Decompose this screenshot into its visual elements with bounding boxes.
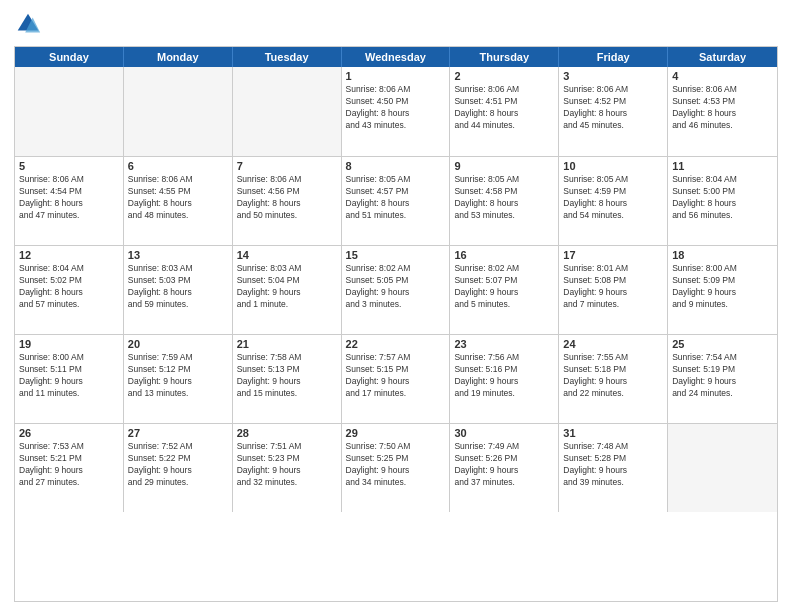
day-number: 1 — [346, 70, 446, 82]
weekday-header: Tuesday — [233, 47, 342, 67]
day-info: Sunrise: 8:06 AM Sunset: 4:56 PM Dayligh… — [237, 174, 337, 222]
day-number: 28 — [237, 427, 337, 439]
day-number: 2 — [454, 70, 554, 82]
calendar-week: 19Sunrise: 8:00 AM Sunset: 5:11 PM Dayli… — [15, 334, 777, 423]
calendar-cell: 28Sunrise: 7:51 AM Sunset: 5:23 PM Dayli… — [233, 424, 342, 512]
day-info: Sunrise: 8:01 AM Sunset: 5:08 PM Dayligh… — [563, 263, 663, 311]
calendar-cell: 4Sunrise: 8:06 AM Sunset: 4:53 PM Daylig… — [668, 67, 777, 156]
day-number: 31 — [563, 427, 663, 439]
day-info: Sunrise: 8:06 AM Sunset: 4:53 PM Dayligh… — [672, 84, 773, 132]
day-number: 25 — [672, 338, 773, 350]
calendar-cell: 15Sunrise: 8:02 AM Sunset: 5:05 PM Dayli… — [342, 246, 451, 334]
weekday-header: Friday — [559, 47, 668, 67]
day-number: 13 — [128, 249, 228, 261]
calendar-week: 12Sunrise: 8:04 AM Sunset: 5:02 PM Dayli… — [15, 245, 777, 334]
day-info: Sunrise: 7:58 AM Sunset: 5:13 PM Dayligh… — [237, 352, 337, 400]
calendar-cell — [668, 424, 777, 512]
day-info: Sunrise: 7:48 AM Sunset: 5:28 PM Dayligh… — [563, 441, 663, 489]
calendar-cell: 31Sunrise: 7:48 AM Sunset: 5:28 PM Dayli… — [559, 424, 668, 512]
day-info: Sunrise: 8:02 AM Sunset: 5:05 PM Dayligh… — [346, 263, 446, 311]
day-number: 17 — [563, 249, 663, 261]
day-info: Sunrise: 8:04 AM Sunset: 5:02 PM Dayligh… — [19, 263, 119, 311]
day-info: Sunrise: 8:05 AM Sunset: 4:59 PM Dayligh… — [563, 174, 663, 222]
calendar-cell: 1Sunrise: 8:06 AM Sunset: 4:50 PM Daylig… — [342, 67, 451, 156]
calendar-cell: 9Sunrise: 8:05 AM Sunset: 4:58 PM Daylig… — [450, 157, 559, 245]
calendar-week: 1Sunrise: 8:06 AM Sunset: 4:50 PM Daylig… — [15, 67, 777, 156]
day-number: 3 — [563, 70, 663, 82]
day-info: Sunrise: 8:06 AM Sunset: 4:51 PM Dayligh… — [454, 84, 554, 132]
calendar-cell: 30Sunrise: 7:49 AM Sunset: 5:26 PM Dayli… — [450, 424, 559, 512]
calendar-cell: 11Sunrise: 8:04 AM Sunset: 5:00 PM Dayli… — [668, 157, 777, 245]
calendar-cell: 7Sunrise: 8:06 AM Sunset: 4:56 PM Daylig… — [233, 157, 342, 245]
logo — [14, 10, 46, 38]
day-info: Sunrise: 7:59 AM Sunset: 5:12 PM Dayligh… — [128, 352, 228, 400]
calendar-cell: 25Sunrise: 7:54 AM Sunset: 5:19 PM Dayli… — [668, 335, 777, 423]
calendar-cell: 17Sunrise: 8:01 AM Sunset: 5:08 PM Dayli… — [559, 246, 668, 334]
calendar-cell: 22Sunrise: 7:57 AM Sunset: 5:15 PM Dayli… — [342, 335, 451, 423]
calendar-cell: 23Sunrise: 7:56 AM Sunset: 5:16 PM Dayli… — [450, 335, 559, 423]
day-number: 21 — [237, 338, 337, 350]
day-number: 12 — [19, 249, 119, 261]
day-info: Sunrise: 8:06 AM Sunset: 4:55 PM Dayligh… — [128, 174, 228, 222]
day-number: 9 — [454, 160, 554, 172]
weekday-header: Wednesday — [342, 47, 451, 67]
day-number: 4 — [672, 70, 773, 82]
calendar-cell: 6Sunrise: 8:06 AM Sunset: 4:55 PM Daylig… — [124, 157, 233, 245]
day-info: Sunrise: 7:54 AM Sunset: 5:19 PM Dayligh… — [672, 352, 773, 400]
day-number: 19 — [19, 338, 119, 350]
calendar-body: 1Sunrise: 8:06 AM Sunset: 4:50 PM Daylig… — [15, 67, 777, 512]
day-info: Sunrise: 8:05 AM Sunset: 4:57 PM Dayligh… — [346, 174, 446, 222]
calendar-cell — [124, 67, 233, 156]
day-info: Sunrise: 8:05 AM Sunset: 4:58 PM Dayligh… — [454, 174, 554, 222]
calendar-cell: 13Sunrise: 8:03 AM Sunset: 5:03 PM Dayli… — [124, 246, 233, 334]
logo-icon — [14, 10, 42, 38]
day-number: 18 — [672, 249, 773, 261]
calendar-cell: 21Sunrise: 7:58 AM Sunset: 5:13 PM Dayli… — [233, 335, 342, 423]
calendar-cell: 24Sunrise: 7:55 AM Sunset: 5:18 PM Dayli… — [559, 335, 668, 423]
calendar-cell: 20Sunrise: 7:59 AM Sunset: 5:12 PM Dayli… — [124, 335, 233, 423]
day-info: Sunrise: 7:50 AM Sunset: 5:25 PM Dayligh… — [346, 441, 446, 489]
calendar-cell: 2Sunrise: 8:06 AM Sunset: 4:51 PM Daylig… — [450, 67, 559, 156]
day-info: Sunrise: 8:00 AM Sunset: 5:09 PM Dayligh… — [672, 263, 773, 311]
calendar: SundayMondayTuesdayWednesdayThursdayFrid… — [14, 46, 778, 602]
day-info: Sunrise: 8:04 AM Sunset: 5:00 PM Dayligh… — [672, 174, 773, 222]
day-info: Sunrise: 7:49 AM Sunset: 5:26 PM Dayligh… — [454, 441, 554, 489]
day-number: 14 — [237, 249, 337, 261]
calendar-cell: 10Sunrise: 8:05 AM Sunset: 4:59 PM Dayli… — [559, 157, 668, 245]
day-info: Sunrise: 7:56 AM Sunset: 5:16 PM Dayligh… — [454, 352, 554, 400]
calendar-cell: 5Sunrise: 8:06 AM Sunset: 4:54 PM Daylig… — [15, 157, 124, 245]
day-info: Sunrise: 7:52 AM Sunset: 5:22 PM Dayligh… — [128, 441, 228, 489]
calendar-cell: 19Sunrise: 8:00 AM Sunset: 5:11 PM Dayli… — [15, 335, 124, 423]
day-number: 16 — [454, 249, 554, 261]
calendar-week: 26Sunrise: 7:53 AM Sunset: 5:21 PM Dayli… — [15, 423, 777, 512]
calendar-cell: 27Sunrise: 7:52 AM Sunset: 5:22 PM Dayli… — [124, 424, 233, 512]
day-info: Sunrise: 7:51 AM Sunset: 5:23 PM Dayligh… — [237, 441, 337, 489]
calendar-cell — [233, 67, 342, 156]
calendar-cell: 26Sunrise: 7:53 AM Sunset: 5:21 PM Dayli… — [15, 424, 124, 512]
day-number: 20 — [128, 338, 228, 350]
weekday-header: Monday — [124, 47, 233, 67]
calendar-cell — [15, 67, 124, 156]
day-info: Sunrise: 8:02 AM Sunset: 5:07 PM Dayligh… — [454, 263, 554, 311]
day-number: 6 — [128, 160, 228, 172]
day-number: 30 — [454, 427, 554, 439]
day-number: 23 — [454, 338, 554, 350]
day-number: 26 — [19, 427, 119, 439]
calendar-week: 5Sunrise: 8:06 AM Sunset: 4:54 PM Daylig… — [15, 156, 777, 245]
day-number: 5 — [19, 160, 119, 172]
weekday-header: Thursday — [450, 47, 559, 67]
day-number: 15 — [346, 249, 446, 261]
calendar-cell: 12Sunrise: 8:04 AM Sunset: 5:02 PM Dayli… — [15, 246, 124, 334]
day-number: 10 — [563, 160, 663, 172]
day-number: 7 — [237, 160, 337, 172]
day-info: Sunrise: 8:03 AM Sunset: 5:03 PM Dayligh… — [128, 263, 228, 311]
day-info: Sunrise: 7:55 AM Sunset: 5:18 PM Dayligh… — [563, 352, 663, 400]
day-number: 22 — [346, 338, 446, 350]
calendar-cell: 8Sunrise: 8:05 AM Sunset: 4:57 PM Daylig… — [342, 157, 451, 245]
day-info: Sunrise: 8:06 AM Sunset: 4:50 PM Dayligh… — [346, 84, 446, 132]
day-number: 27 — [128, 427, 228, 439]
day-info: Sunrise: 8:06 AM Sunset: 4:54 PM Dayligh… — [19, 174, 119, 222]
weekday-header: Saturday — [668, 47, 777, 67]
day-info: Sunrise: 7:53 AM Sunset: 5:21 PM Dayligh… — [19, 441, 119, 489]
header — [14, 10, 778, 38]
